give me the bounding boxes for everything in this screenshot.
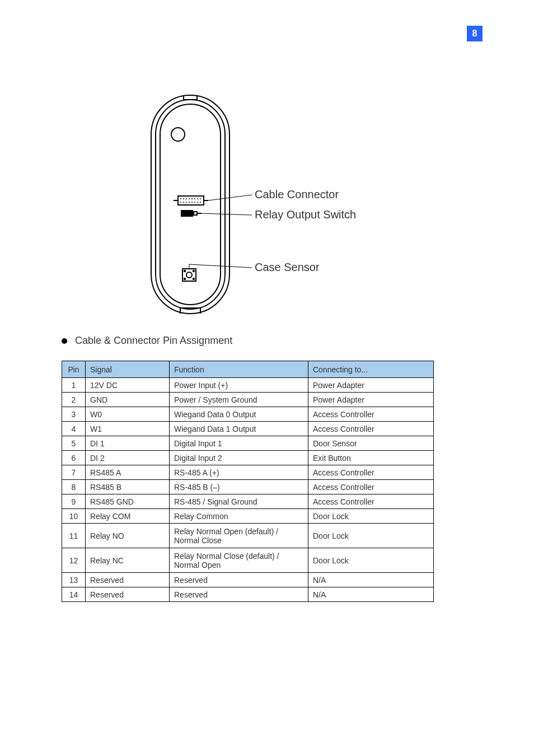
svg-point-35 xyxy=(200,202,201,203)
td-signal: GND xyxy=(86,393,170,407)
td-pin: 5 xyxy=(62,436,86,451)
td-signal: Relay NO xyxy=(86,524,170,548)
td-function: RS-485 B (–) xyxy=(170,480,308,494)
table-row: 12Relay NCRelay Normal Close (default) /… xyxy=(62,548,434,573)
svg-point-21 xyxy=(183,198,184,199)
svg-rect-7 xyxy=(181,211,193,216)
td-connecting: N/A xyxy=(308,573,434,587)
td-connecting: Power Adapter xyxy=(308,378,434,393)
td-pin: 4 xyxy=(62,422,86,436)
svg-point-33 xyxy=(194,202,195,203)
td-pin: 7 xyxy=(62,465,86,480)
svg-point-12 xyxy=(184,270,185,272)
td-signal: 12V DC xyxy=(86,378,170,393)
svg-point-13 xyxy=(193,270,194,272)
device-back-diagram: Cable Connector Relay Output Switch Case… xyxy=(140,90,431,325)
table-row: 13ReservedReservedN/A xyxy=(62,573,434,587)
table-row: 5DI 1Digital Input 1Door Sensor xyxy=(62,436,434,451)
td-connecting: Access Controller xyxy=(308,465,434,480)
td-connecting: Access Controller xyxy=(308,480,434,494)
td-function: Power Input (+) xyxy=(170,378,308,393)
th-connecting: Connecting to... xyxy=(308,361,434,378)
td-function: Reserved xyxy=(170,587,308,602)
device-svg xyxy=(140,90,431,325)
td-function: Digital Input 2 xyxy=(170,451,308,465)
td-function: Relay Normal Close (default) / Normal Op… xyxy=(170,548,308,573)
table-row: 7RS485 ARS-485 A (+)Access Controller xyxy=(62,465,434,480)
table-row: 10Relay COMRelay CommonDoor Lock xyxy=(62,509,434,524)
th-function: Function xyxy=(170,361,308,378)
td-function: Relay Common xyxy=(170,509,308,524)
callout-cable-connector: Cable Connector xyxy=(255,188,339,201)
td-function: Wiegand Data 1 Output xyxy=(170,422,308,436)
bullet-icon xyxy=(62,338,67,344)
td-function: Reserved xyxy=(170,573,308,587)
td-pin: 11 xyxy=(62,524,86,548)
td-connecting: Access Controller xyxy=(308,494,434,509)
svg-point-28 xyxy=(180,202,181,203)
section-bullet: Cable & Connector Pin Assignment xyxy=(62,335,232,347)
td-signal: DI 2 xyxy=(86,451,170,465)
table-row: 2GNDPower / System GroundPower Adapter xyxy=(62,393,434,407)
table-row: 11Relay NORelay Normal Open (default) / … xyxy=(62,524,434,548)
td-pin: 1 xyxy=(62,378,86,393)
td-signal: Relay NC xyxy=(86,548,170,573)
td-signal: W0 xyxy=(86,407,170,422)
callout-case-sensor: Case Sensor xyxy=(255,261,320,274)
td-signal: DI 1 xyxy=(86,436,170,451)
svg-rect-8 xyxy=(194,212,197,215)
td-pin: 8 xyxy=(62,480,86,494)
svg-point-30 xyxy=(186,202,187,203)
td-connecting: Exit Button xyxy=(308,451,434,465)
table-row: 112V DCPower Input (+)Power Adapter xyxy=(62,378,434,393)
td-function: Wiegand Data 0 Output xyxy=(170,407,308,422)
svg-point-23 xyxy=(189,198,190,199)
td-signal: RS485 B xyxy=(86,480,170,494)
th-pin: Pin xyxy=(62,361,86,378)
callout-relay-output-switch: Relay Output Switch xyxy=(255,208,356,221)
td-connecting: Door Sensor xyxy=(308,436,434,451)
page-number-badge: 8 xyxy=(467,26,483,41)
td-function: Relay Normal Open (default) / Normal Clo… xyxy=(170,524,308,548)
bullet-label: Cable & Connector Pin Assignment xyxy=(75,335,232,347)
td-signal: RS485 A xyxy=(86,465,170,480)
table-row: 6DI 2Digital Input 2Exit Button xyxy=(62,451,434,465)
td-function: Power / System Ground xyxy=(170,393,308,407)
td-pin: 13 xyxy=(62,573,86,587)
svg-rect-4 xyxy=(178,196,204,205)
table-row: 9RS485 GNDRS-485 / Signal GroundAccess C… xyxy=(62,494,434,509)
td-pin: 6 xyxy=(62,451,86,465)
svg-point-20 xyxy=(180,198,181,199)
pin-assignment-table: Pin Signal Function Connecting to... 112… xyxy=(62,361,434,602)
td-signal: RS485 GND xyxy=(86,494,170,509)
td-connecting: Access Controller xyxy=(308,407,434,422)
td-connecting: Door Lock xyxy=(308,524,434,548)
svg-point-14 xyxy=(184,278,185,279)
td-connecting: Door Lock xyxy=(308,548,434,573)
td-signal: Reserved xyxy=(86,587,170,602)
svg-point-15 xyxy=(193,278,194,279)
table-row: 4W1Wiegand Data 1 OutputAccess Controlle… xyxy=(62,422,434,436)
td-function: RS-485 A (+) xyxy=(170,465,308,480)
td-connecting: Door Lock xyxy=(308,509,434,524)
svg-point-26 xyxy=(197,198,198,199)
td-signal: Reserved xyxy=(86,573,170,587)
td-connecting: N/A xyxy=(308,587,434,602)
td-pin: 10 xyxy=(62,509,86,524)
svg-point-24 xyxy=(191,198,193,199)
td-pin: 9 xyxy=(62,494,86,509)
svg-point-25 xyxy=(194,198,195,199)
td-connecting: Access Controller xyxy=(308,422,434,436)
table-header-row: Pin Signal Function Connecting to... xyxy=(62,361,434,378)
table-row: 3W0Wiegand Data 0 OutputAccess Controlle… xyxy=(62,407,434,422)
td-pin: 12 xyxy=(62,548,86,573)
td-pin: 2 xyxy=(62,393,86,407)
table-row: 14ReservedReservedN/A xyxy=(62,587,434,602)
td-pin: 14 xyxy=(62,587,86,602)
svg-point-11 xyxy=(186,272,192,278)
svg-line-17 xyxy=(202,213,252,215)
td-function: RS-485 / Signal Ground xyxy=(170,494,308,509)
th-signal: Signal xyxy=(86,361,170,378)
td-connecting: Power Adapter xyxy=(308,393,434,407)
svg-point-22 xyxy=(186,198,187,199)
